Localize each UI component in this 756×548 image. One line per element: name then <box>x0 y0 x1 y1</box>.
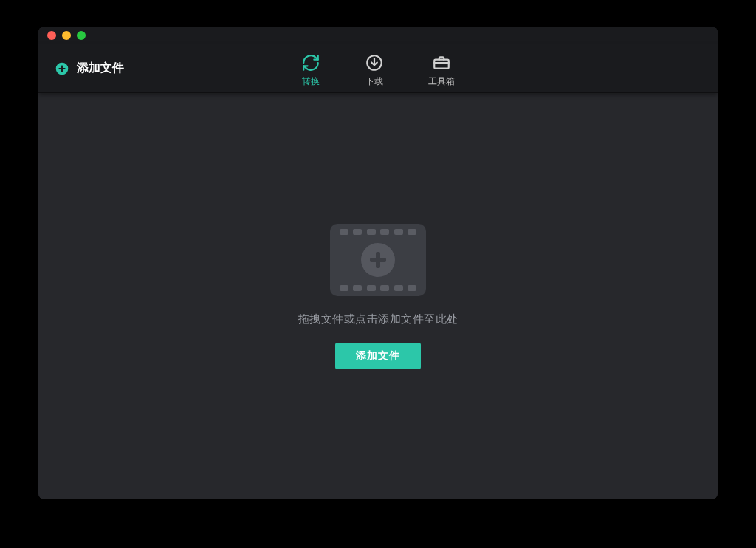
main-toolbar: 添加文件 转换 下载 <box>38 44 718 93</box>
window-titlebar <box>38 27 718 44</box>
filmstrip-plus-icon[interactable] <box>330 224 426 296</box>
add-file-button-top[interactable]: 添加文件 <box>55 61 124 76</box>
dropzone-hint: 拖拽文件或点击添加文件至此处 <box>298 312 458 326</box>
svg-rect-2 <box>61 65 63 72</box>
convert-icon <box>301 53 320 72</box>
toolbox-icon <box>432 53 451 72</box>
plus-icon <box>361 243 395 277</box>
filmstrip-sprockets-bottom <box>330 285 426 291</box>
plus-circle-icon <box>55 61 69 76</box>
add-file-top-label: 添加文件 <box>77 61 124 76</box>
download-icon <box>365 53 384 72</box>
tab-convert[interactable]: 转换 <box>301 53 320 92</box>
window-controls <box>47 31 86 40</box>
tab-convert-label: 转换 <box>302 75 320 88</box>
maximize-window-button[interactable] <box>77 31 86 40</box>
tab-toolbox[interactable]: 工具箱 <box>428 53 455 92</box>
tab-download[interactable]: 下载 <box>365 53 384 92</box>
svg-rect-4 <box>434 60 449 69</box>
minimize-window-button[interactable] <box>62 31 71 40</box>
close-window-button[interactable] <box>47 31 56 40</box>
tab-toolbox-label: 工具箱 <box>428 75 455 88</box>
filmstrip-sprockets-top <box>330 229 426 235</box>
tab-download-label: 下载 <box>365 75 383 88</box>
tabs-container: 转换 下载 工具箱 <box>301 44 455 92</box>
app-window: 添加文件 转换 下载 <box>38 27 718 499</box>
content-area: 拖拽文件或点击添加文件至此处 添加文件 <box>38 93 718 499</box>
add-file-button[interactable]: 添加文件 <box>335 343 421 369</box>
